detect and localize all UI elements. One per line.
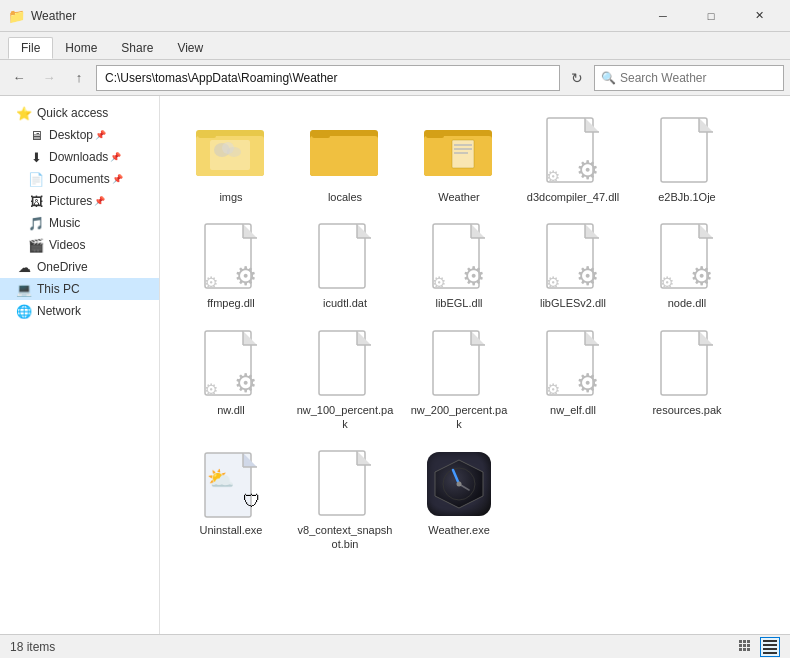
tab-home[interactable]: Home: [53, 37, 109, 59]
file-item-ffmpeg[interactable]: ⚙ ⚙ ffmpeg.dll: [176, 214, 286, 316]
file-item-resources[interactable]: resources.pak: [632, 321, 742, 438]
network-icon: 🌐: [16, 304, 32, 319]
file-label-d3dcompiler: d3dcompiler_47.dll: [527, 190, 619, 204]
view-icons: [736, 637, 780, 657]
main-layout: ⭐ Quick access 🖥 Desktop 📌 ⬇ Downloads 📌…: [0, 96, 790, 634]
pin-icon-documents: 📌: [112, 174, 123, 184]
folder-imgs-icon: [196, 116, 266, 186]
svg-rect-88: [763, 648, 777, 650]
dat-icudtl-icon: [310, 222, 380, 292]
svg-rect-2: [198, 130, 216, 138]
title-bar: 📁 Weather ─ □ ✕: [0, 0, 790, 32]
search-input[interactable]: [620, 71, 777, 85]
file-label-locales: locales: [328, 190, 362, 204]
sidebar-item-desktop[interactable]: 🖥 Desktop 📌: [0, 124, 159, 146]
file-item-node[interactable]: ⚙ ⚙ node.dll: [632, 214, 742, 316]
sidebar-item-onedrive[interactable]: ☁ OneDrive: [0, 256, 159, 278]
sidebar-item-music[interactable]: 🎵 Music: [0, 212, 159, 234]
sidebar-item-downloads[interactable]: ⬇ Downloads 📌: [0, 146, 159, 168]
sidebar-label-downloads: Downloads: [49, 150, 108, 164]
detail-view-button[interactable]: [760, 637, 780, 657]
svg-rect-81: [743, 644, 746, 647]
sidebar-item-quick-access[interactable]: ⭐ Quick access: [0, 102, 159, 124]
generic-e2bjb-icon: [652, 116, 722, 186]
svg-rect-9: [312, 130, 330, 138]
dll-libegl-icon: ⚙ ⚙: [424, 222, 494, 292]
up-button[interactable]: ↑: [66, 65, 92, 91]
sidebar-item-documents[interactable]: 📄 Documents 📌: [0, 168, 159, 190]
maximize-button[interactable]: □: [688, 0, 734, 32]
music-icon: 🎵: [28, 216, 44, 231]
file-label-resources: resources.pak: [652, 403, 721, 417]
sidebar-item-pictures[interactable]: 🖼 Pictures 📌: [0, 190, 159, 212]
desktop-icon: 🖥: [28, 128, 44, 143]
status-bar: 18 items: [0, 634, 790, 658]
svg-rect-84: [743, 648, 746, 651]
file-label-nwelf: nw_elf.dll: [550, 403, 596, 417]
sidebar-item-network[interactable]: 🌐 Network: [0, 300, 159, 322]
sidebar-item-videos[interactable]: 🎬 Videos: [0, 234, 159, 256]
file-label-icudtl: icudtl.dat: [323, 296, 367, 310]
file-item-imgs[interactable]: imgs: [176, 108, 286, 210]
dll-d3d-icon: ⚙ ⚙: [538, 116, 608, 186]
file-item-icudtl[interactable]: icudtl.dat: [290, 214, 400, 316]
file-item-nw100[interactable]: nw_100_percent.pak: [290, 321, 400, 438]
svg-rect-78: [743, 640, 746, 643]
tab-file[interactable]: File: [8, 37, 53, 59]
file-label-nw200: nw_200_percent.pak: [409, 403, 509, 432]
file-label-node: node.dll: [668, 296, 707, 310]
svg-rect-85: [747, 648, 750, 651]
file-label-libegl: libEGL.dll: [435, 296, 482, 310]
address-input[interactable]: [96, 65, 560, 91]
file-label-v8snapshot: v8_context_snapshot.bin: [295, 523, 395, 552]
file-item-weather-exe[interactable]: Weather.exe: [404, 441, 514, 558]
title-bar-icon: 📁: [8, 8, 25, 24]
list-view-button[interactable]: [736, 637, 756, 657]
folder-locales-icon: [310, 116, 380, 186]
file-item-nwelf[interactable]: ⚙ ⚙ nw_elf.dll: [518, 321, 628, 438]
ribbon-tabs: File Home Share View: [0, 32, 790, 60]
file-item-locales[interactable]: locales: [290, 108, 400, 210]
dll-nwelf-icon: ⚙ ⚙: [538, 329, 608, 399]
file-item-nw200[interactable]: nw_200_percent.pak: [404, 321, 514, 438]
folder-weather-icon: [424, 116, 494, 186]
dll-ffmpeg-icon: ⚙ ⚙: [196, 222, 266, 292]
sidebar-label-quick-access: Quick access: [37, 106, 108, 120]
svg-rect-87: [763, 644, 777, 646]
weather-exe-badge: [427, 452, 491, 516]
dll-libgles-icon: ⚙ ⚙: [538, 222, 608, 292]
sidebar-label-pictures: Pictures: [49, 194, 92, 208]
file-label-weather-folder: Weather: [438, 190, 479, 204]
close-button[interactable]: ✕: [736, 0, 782, 32]
tab-share[interactable]: Share: [109, 37, 165, 59]
svg-rect-13: [452, 140, 474, 168]
refresh-button[interactable]: ↻: [564, 65, 590, 91]
svg-rect-83: [739, 648, 742, 651]
sidebar-label-this-pc: This PC: [37, 282, 80, 296]
file-item-e2bjb[interactable]: e2BJb.1Oje: [632, 108, 742, 210]
file-item-weather-folder[interactable]: Weather: [404, 108, 514, 210]
file-label-weather-exe: Weather.exe: [428, 523, 490, 537]
file-item-d3dcompiler[interactable]: ⚙ ⚙ d3dcompiler_47.dll: [518, 108, 628, 210]
address-bar: ← → ↑ ↻ 🔍: [0, 60, 790, 96]
file-label-libgles: libGLESv2.dll: [540, 296, 606, 310]
back-button[interactable]: ←: [6, 65, 32, 91]
sidebar-label-desktop: Desktop: [49, 128, 93, 142]
file-item-libgles[interactable]: ⚙ ⚙ libGLESv2.dll: [518, 214, 628, 316]
tab-view[interactable]: View: [165, 37, 215, 59]
svg-point-76: [457, 482, 462, 487]
file-item-libegl[interactable]: ⚙ ⚙ libEGL.dll: [404, 214, 514, 316]
file-item-nw[interactable]: ⚙ ⚙ nw.dll: [176, 321, 286, 438]
onedrive-icon: ☁: [16, 260, 32, 275]
pak-nw200-icon: [424, 329, 494, 399]
svg-rect-77: [739, 640, 742, 643]
forward-button[interactable]: →: [36, 65, 62, 91]
file-item-uninstall[interactable]: ⛅ 🛡 Uninstall.exe: [176, 441, 286, 558]
pak-resources-icon: [652, 329, 722, 399]
pictures-icon: 🖼: [28, 194, 44, 209]
sidebar-item-this-pc[interactable]: 💻 This PC: [0, 278, 159, 300]
pin-icon-pictures: 📌: [94, 196, 105, 206]
minimize-button[interactable]: ─: [640, 0, 686, 32]
file-item-v8snapshot[interactable]: v8_context_snapshot.bin: [290, 441, 400, 558]
file-grid: imgs locales: [176, 108, 774, 558]
